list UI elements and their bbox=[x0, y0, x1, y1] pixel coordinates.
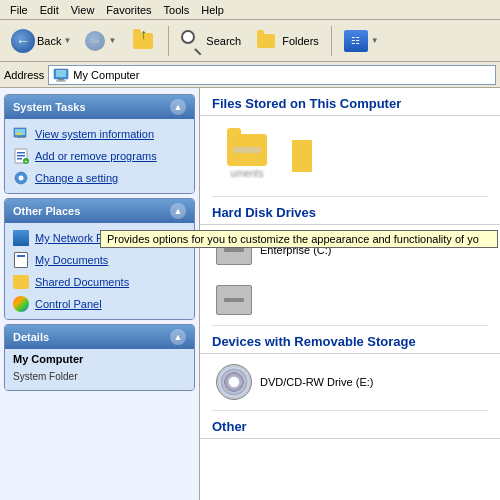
menu-edit[interactable]: Edit bbox=[34, 2, 65, 18]
main-content: System Tasks ▲ View system information bbox=[0, 88, 500, 500]
system-tasks-link-2[interactable]: Change a setting bbox=[13, 169, 186, 187]
views-dropdown-arrow[interactable]: ▼ bbox=[371, 36, 379, 45]
removable-item-e[interactable]: DVD/CD-RW Drive (E:) bbox=[212, 360, 377, 404]
back-icon: ← bbox=[11, 29, 35, 53]
files-section: uments bbox=[200, 116, 500, 196]
file-item-0[interactable]: uments bbox=[212, 134, 282, 179]
add-remove-icon: + bbox=[13, 148, 29, 164]
search-icon bbox=[181, 30, 203, 52]
file-label-0: uments bbox=[215, 168, 280, 179]
other-places-title: Other Places bbox=[13, 205, 80, 217]
system-tasks-header[interactable]: System Tasks ▲ bbox=[5, 95, 194, 119]
details-body: My Computer System Folder bbox=[5, 349, 194, 390]
svg-rect-9 bbox=[17, 152, 25, 154]
hdd-icon-d bbox=[216, 285, 252, 315]
back-button[interactable]: ← Back ▼ bbox=[4, 24, 78, 58]
search-label: Search bbox=[206, 35, 241, 47]
file-item-1[interactable] bbox=[292, 140, 312, 172]
address-bar: Address My Computer bbox=[0, 62, 500, 88]
svg-rect-6 bbox=[17, 137, 25, 138]
other-section-header: Other bbox=[200, 411, 500, 439]
menu-favorites[interactable]: Favorites bbox=[100, 2, 157, 18]
removable-section-header: Devices with Removable Storage bbox=[200, 326, 500, 354]
computer-icon bbox=[53, 67, 69, 83]
network-places-icon bbox=[13, 230, 29, 246]
details-title: Details bbox=[13, 331, 49, 343]
my-documents-icon bbox=[13, 252, 29, 268]
change-setting-icon bbox=[13, 170, 29, 186]
svg-text:+: + bbox=[25, 158, 28, 164]
drive-item-d[interactable] bbox=[212, 281, 352, 319]
system-tasks-body: View system information + Add or re bbox=[5, 119, 194, 193]
files-section-header: Files Stored on This Computer bbox=[200, 88, 500, 116]
views-button[interactable]: ☷ ▼ bbox=[337, 24, 386, 58]
svg-rect-11 bbox=[17, 158, 22, 160]
views-icon: ☷ bbox=[344, 30, 368, 52]
folder-icon-blurred bbox=[227, 134, 267, 166]
svg-rect-7 bbox=[17, 133, 21, 135]
details-header[interactable]: Details ▲ bbox=[5, 325, 194, 349]
menu-file[interactable]: File bbox=[4, 2, 34, 18]
menu-view[interactable]: View bbox=[65, 2, 101, 18]
forward-button[interactable]: → ▼ bbox=[80, 24, 121, 58]
details-collapse[interactable]: ▲ bbox=[170, 329, 186, 345]
other-places-header[interactable]: Other Places ▲ bbox=[5, 199, 194, 223]
tooltip-bar: Provides options for you to customize th… bbox=[100, 230, 200, 248]
up-icon: ↑ bbox=[130, 28, 156, 54]
toolbar-separator-1 bbox=[168, 26, 169, 56]
address-label: Address bbox=[4, 69, 44, 81]
menu-tools[interactable]: Tools bbox=[158, 2, 196, 18]
forward-icon: → bbox=[85, 31, 105, 51]
other-places-panel: Other Places ▲ My Network Places My Docu… bbox=[4, 198, 195, 320]
svg-rect-10 bbox=[17, 155, 25, 157]
svg-rect-2 bbox=[58, 79, 64, 81]
folder-icon-2 bbox=[292, 140, 312, 172]
menu-help[interactable]: Help bbox=[195, 2, 230, 18]
system-tasks-title: System Tasks bbox=[13, 101, 86, 113]
forward-dropdown-arrow[interactable]: ▼ bbox=[108, 36, 116, 45]
system-tasks-link-0[interactable]: View system information bbox=[13, 125, 186, 143]
removable-label-e: DVD/CD-RW Drive (E:) bbox=[260, 376, 373, 388]
control-panel-icon bbox=[13, 296, 29, 312]
system-tasks-collapse[interactable]: ▲ bbox=[170, 99, 186, 115]
system-tasks-link-1[interactable]: + Add or remove programs bbox=[13, 147, 186, 165]
address-field[interactable]: My Computer bbox=[48, 65, 496, 85]
svg-rect-3 bbox=[56, 80, 66, 81]
folders-label: Folders bbox=[282, 35, 319, 47]
toolbar: ← Back ▼ → ▼ ↑ Search Folders bbox=[0, 20, 500, 62]
sidebar: System Tasks ▲ View system information bbox=[0, 88, 200, 500]
toolbar-separator-2 bbox=[331, 26, 332, 56]
svg-point-15 bbox=[19, 176, 24, 181]
details-type: System Folder bbox=[13, 371, 186, 382]
removable-section: DVD/CD-RW Drive (E:) bbox=[200, 354, 500, 410]
other-places-link-2[interactable]: Shared Documents bbox=[13, 273, 186, 291]
system-tasks-panel: System Tasks ▲ View system information bbox=[4, 94, 195, 194]
back-label: Back bbox=[37, 35, 61, 47]
dvd-icon-e bbox=[216, 364, 252, 400]
folders-button[interactable]: Folders bbox=[250, 24, 326, 58]
up-button[interactable]: ↑ bbox=[123, 24, 163, 58]
details-panel: Details ▲ My Computer System Folder bbox=[4, 324, 195, 391]
address-value: My Computer bbox=[73, 69, 139, 81]
menu-bar: File Edit View Favorites Tools Help bbox=[0, 0, 500, 20]
svg-rect-1 bbox=[56, 70, 66, 77]
system-info-icon bbox=[13, 126, 29, 142]
search-button[interactable]: Search bbox=[174, 24, 248, 58]
details-name: My Computer bbox=[13, 353, 186, 365]
hdd-section-header: Hard Disk Drives bbox=[200, 197, 500, 225]
folders-icon bbox=[257, 32, 279, 50]
right-content: Files Stored on This Computer uments Har… bbox=[200, 88, 500, 500]
other-places-link-3[interactable]: Control Panel bbox=[13, 295, 186, 313]
back-dropdown-arrow[interactable]: ▼ bbox=[63, 36, 71, 45]
shared-docs-icon bbox=[13, 274, 29, 290]
other-places-collapse[interactable]: ▲ bbox=[170, 203, 186, 219]
other-places-link-1[interactable]: My Documents bbox=[13, 251, 186, 269]
